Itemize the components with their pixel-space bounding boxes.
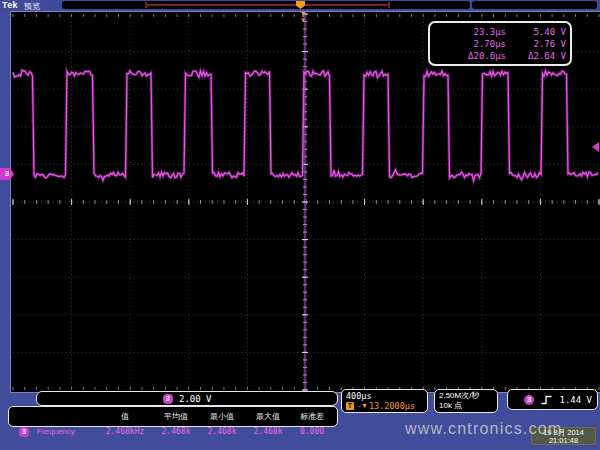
col-header-min: 最小值 (199, 412, 245, 422)
col-header-value: 值 (97, 412, 153, 422)
trigger-position-flag-icon[interactable] (296, 1, 305, 9)
time-label: 21:01:48 (532, 437, 595, 445)
waveform-window-bracket (145, 4, 390, 6)
col-header-max: 最大值 (245, 412, 291, 422)
measurement-max: 2.468k (245, 427, 291, 437)
watermark-text: www.cntronics.com (405, 420, 562, 438)
measurement-min: 2.468k (199, 427, 245, 437)
measurement-value: 2.468kHz (97, 427, 153, 437)
trigger-level-arrow-icon[interactable] (592, 142, 599, 152)
cursor-delta-voltage: Δ2.64 V (506, 50, 566, 62)
trigger-settings-box[interactable]: 3 1.44 V (507, 389, 598, 410)
cursor2-voltage: 2.76 V (506, 38, 566, 50)
col-header-stddev: 标准差 (291, 412, 333, 422)
cursor-row-1: 23.3µs 5.40 V (434, 26, 566, 38)
horizontal-settings-box[interactable]: 400µs T →▼ 13.2000µs (341, 389, 428, 413)
trigger-source-badge: 3 (524, 395, 534, 405)
delay-arrow-icons: →▼ (355, 401, 367, 411)
channel3-scale-bar[interactable]: 3 2.00 V (36, 391, 338, 406)
rising-edge-icon (540, 394, 553, 405)
tek-logo: Tek (2, 0, 18, 10)
measurement-table: 值 平均值 最小值 最大值 标准差 3 Frequency 2.468kHz 2… (8, 406, 338, 427)
cursor-row-delta: Δ20.6µs Δ2.64 V (434, 50, 566, 62)
record-length: 10k 点 (439, 401, 493, 411)
cursor1-voltage: 5.40 V (506, 26, 566, 38)
top-status-bar: Tek 预览 (0, 0, 600, 11)
trigger-level-value: 1.44 V (559, 395, 592, 405)
down-arrow-icon: ▼ (297, 18, 309, 23)
cursor1-time: 23.3µs (434, 26, 506, 38)
measurement-name: Frequency (37, 427, 97, 437)
measurement-mean: 2.468k (153, 427, 199, 437)
trigger-t-icon: T (346, 402, 354, 410)
measurement-channel-badge: 3 (11, 427, 37, 437)
channel3-badge[interactable]: 3 (163, 394, 173, 404)
measurement-stddev: 0.000 (291, 427, 333, 437)
cursor-row-2: 2.70µs 2.76 V (434, 38, 566, 50)
trigger-position-marker-icon[interactable]: T ▼ (297, 11, 309, 23)
waveform-plot[interactable] (11, 12, 600, 392)
channel3-volts-per-div: 2.00 V (179, 394, 212, 404)
acquisition-mode-label: 预览 (24, 1, 40, 12)
trigger-delay-value: 13.2000µs (369, 401, 415, 411)
sample-rate: 2.50M次/秒 (439, 391, 493, 401)
horizontal-position-bar[interactable] (62, 1, 470, 9)
col-header-mean: 平均值 (153, 412, 199, 422)
time-per-div: 400µs (346, 391, 423, 401)
secondary-position-bar (472, 1, 597, 9)
graticule-area[interactable] (10, 11, 600, 393)
cursor-readout-box: 23.3µs 5.40 V 2.70µs 2.76 V Δ20.6µs Δ2.6… (428, 21, 572, 66)
cursor-delta-time: Δ20.6µs (434, 50, 506, 62)
acquisition-settings-box[interactable]: 2.50M次/秒 10k 点 (434, 389, 498, 413)
measurement-row: 3 Frequency 2.468kHz 2.468k 2.468k 2.468… (11, 422, 335, 441)
cursor2-time: 2.70µs (434, 38, 506, 50)
